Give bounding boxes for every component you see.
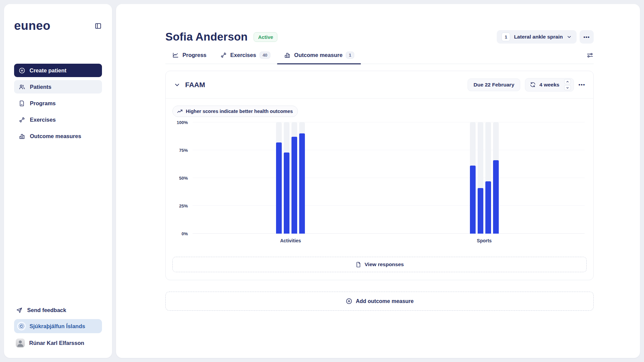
interval-control[interactable]: 4 weeks xyxy=(525,78,574,92)
due-date-badge: Due 22 February xyxy=(468,78,520,91)
bar-track xyxy=(291,122,297,234)
gridline xyxy=(193,233,585,234)
condition-count-badge: 1 xyxy=(501,33,510,41)
user-menu[interactable]: Rúnar Karl Elfarsson xyxy=(14,337,102,349)
bar-chart-icon xyxy=(18,133,25,140)
bar[interactable] xyxy=(493,160,499,234)
bar[interactable] xyxy=(276,142,282,234)
y-axis-tick: 100% xyxy=(177,120,188,125)
outcome-measure-card: FAAM Due 22 February 4 weeks xyxy=(165,71,594,280)
condition-label: Lateral ankle sprain xyxy=(514,34,563,40)
tab-progress[interactable]: Progress xyxy=(165,48,213,64)
page-title: Sofia Anderson xyxy=(165,31,248,43)
sidebar-item-label: Programs xyxy=(30,100,56,107)
score-hint-label: Higher scores indicate better health out… xyxy=(186,109,293,114)
tab-count-badge: 40 xyxy=(260,52,270,59)
sidebar-item-outcome-measures[interactable]: Outcome measures xyxy=(14,129,102,143)
chart-plot-area: 0%25%50%75%100% xyxy=(193,122,585,234)
sidebar-item-exercises[interactable]: Exercises xyxy=(14,113,102,126)
y-axis-tick: 0% xyxy=(181,231,188,236)
user-avatar xyxy=(16,339,25,348)
sidebar: euneo Create patient Patients xyxy=(4,4,112,358)
send-feedback-button[interactable]: Send feedback xyxy=(14,304,102,316)
gridline xyxy=(193,150,585,150)
bar-track xyxy=(493,122,499,234)
patient-more-button[interactable]: ••• xyxy=(580,30,594,44)
x-axis-label: Activities xyxy=(280,238,301,243)
sidebar-item-patients[interactable]: Patients xyxy=(14,80,102,94)
dumbbell-icon xyxy=(220,52,227,59)
sidebar-item-label: Patients xyxy=(30,84,51,90)
tab-label: Progress xyxy=(182,52,207,58)
bar[interactable] xyxy=(485,181,491,234)
plus-circle-icon xyxy=(345,298,353,305)
ellipsis-icon: ••• xyxy=(584,34,590,40)
bar-group-activities xyxy=(276,122,305,234)
outcome-card-title: FAAM xyxy=(185,81,205,89)
y-axis-tick: 75% xyxy=(179,148,188,153)
sidebar-nav: Create patient Patients Programs xyxy=(14,64,102,143)
chevron-down-icon xyxy=(567,34,572,40)
bar[interactable] xyxy=(470,166,476,234)
paper-plane-icon xyxy=(16,307,23,314)
tab-label: Exercises xyxy=(230,52,256,58)
document-icon xyxy=(355,261,362,268)
filter-sliders-icon[interactable] xyxy=(586,52,594,64)
clinic-name: Sjúkraþjálfun Íslands xyxy=(30,323,85,329)
bar[interactable] xyxy=(478,188,483,234)
bar[interactable] xyxy=(291,137,297,234)
faam-bar-chart: 0%25%50%75%100% ActivitiesSports xyxy=(172,122,587,245)
bar-track xyxy=(485,122,491,234)
due-date-label: Due 22 February xyxy=(474,82,514,88)
sidebar-logo-row: euneo xyxy=(14,19,102,33)
y-axis-tick: 50% xyxy=(179,176,188,181)
stepper-up-button[interactable] xyxy=(564,79,571,84)
view-responses-label: View responses xyxy=(365,261,404,267)
tab-label: Outcome measure xyxy=(294,52,342,58)
view-responses-button[interactable]: View responses xyxy=(172,257,587,272)
user-name: Rúnar Karl Elfarsson xyxy=(29,340,84,346)
sidebar-item-label: Exercises xyxy=(30,117,56,123)
score-hint-badge: Higher scores indicate better health out… xyxy=(172,106,298,117)
clinic-logo-icon xyxy=(17,322,26,330)
gridline xyxy=(193,205,585,206)
bar-track xyxy=(478,122,483,234)
add-outcome-measure-button[interactable]: Add outcome measure xyxy=(165,292,594,311)
patient-header: Sofia Anderson Active 1 Lateral ankle sp… xyxy=(165,4,594,44)
outcome-card-body: Higher scores indicate better health out… xyxy=(166,99,593,280)
app-logo: euneo xyxy=(14,19,51,33)
bar[interactable] xyxy=(299,133,305,234)
clinic-switcher[interactable]: Sjúkraþjálfun Íslands xyxy=(14,319,102,333)
tab-exercises[interactable]: Exercises 40 xyxy=(213,48,277,64)
tab-bar: Progress Exercises 40 xyxy=(165,48,594,64)
dumbbell-icon xyxy=(18,116,25,123)
add-outcome-measure-label: Add outcome measure xyxy=(356,298,414,304)
interval-stepper xyxy=(564,79,571,90)
sidebar-item-label: Outcome measures xyxy=(30,133,81,139)
bar-track xyxy=(284,122,289,234)
y-axis-tick: 25% xyxy=(179,203,188,208)
chart-x-axis-labels: ActivitiesSports xyxy=(193,238,585,245)
sidebar-collapse-icon[interactable] xyxy=(94,22,102,30)
outcome-card-header: FAAM Due 22 February 4 weeks xyxy=(166,71,593,99)
sidebar-footer: Send feedback Sjúkraþjálfun Íslands Rúna… xyxy=(14,304,102,349)
tab-count-badge: 1 xyxy=(346,52,354,59)
create-patient-button[interactable]: Create patient xyxy=(14,64,102,77)
line-chart-icon xyxy=(172,52,179,59)
bar-group-sports xyxy=(470,122,499,234)
bar-track xyxy=(276,122,282,234)
gridline xyxy=(193,122,585,122)
chevron-down-icon[interactable] xyxy=(174,81,180,88)
tab-outcome-measure[interactable]: Outcome measure 1 xyxy=(277,48,361,64)
sidebar-item-programs[interactable]: Programs xyxy=(14,97,102,110)
interval-label: 4 weeks xyxy=(539,82,559,88)
x-axis-label: Sports xyxy=(477,238,492,243)
bar[interactable] xyxy=(284,153,289,234)
stepper-down-button[interactable] xyxy=(564,85,571,90)
outcome-card-more-button[interactable]: ••• xyxy=(579,82,585,87)
condition-dropdown[interactable]: 1 Lateral ankle sprain xyxy=(497,30,577,44)
status-badge: Active xyxy=(254,32,277,42)
plus-circle-icon xyxy=(18,67,25,74)
send-feedback-label: Send feedback xyxy=(27,307,66,313)
gridline xyxy=(193,178,585,178)
